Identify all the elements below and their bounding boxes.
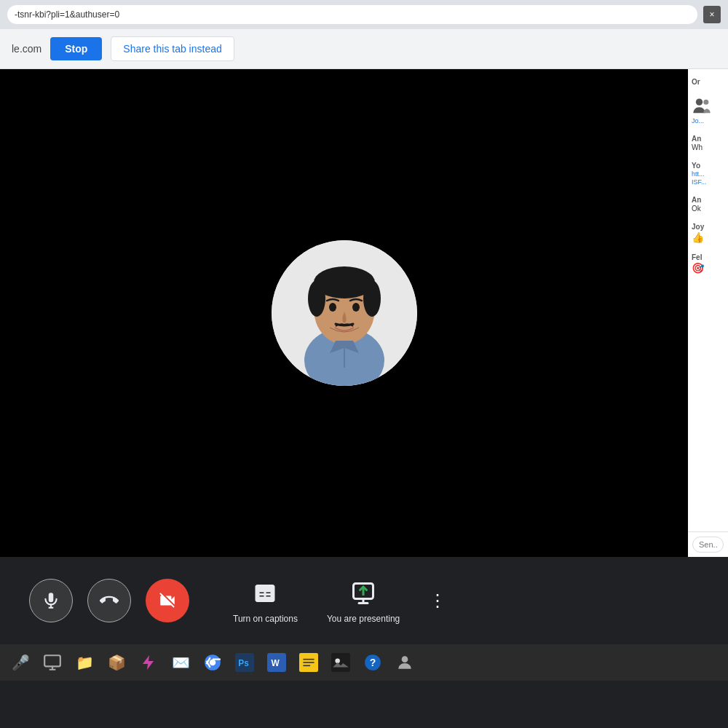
svg-text:Ps: Ps: [238, 658, 249, 668]
participant-avatar: [272, 240, 417, 386]
video-off-button[interactable]: [146, 579, 189, 622]
taskbar-icon-user[interactable]: [392, 649, 418, 676]
taskbar: 🎤 📁 📦 ✉️ Ps W: [0, 644, 728, 681]
taskbar-icon-mic[interactable]: 🎤: [7, 649, 33, 676]
svg-point-19: [210, 660, 216, 666]
chat-link-3b: ISF...: [692, 178, 724, 186]
domain-text: le.com: [12, 43, 41, 55]
taskbar-icon-folder[interactable]: 📁: [71, 649, 98, 676]
chat-text-4: Ok: [692, 205, 724, 213]
captions-icon-box: [249, 577, 281, 609]
avatar-image: [272, 240, 417, 386]
taskbar-icon-display[interactable]: [39, 649, 66, 676]
taskbar-icon-chrome[interactable]: [199, 649, 226, 676]
mic-button[interactable]: [29, 579, 73, 622]
chat-item-people: Jo...: [692, 96, 724, 124]
presenting-control: You are presenting: [327, 577, 400, 624]
video-off-icon: [158, 591, 177, 610]
chat-item-1: Or: [692, 78, 724, 86]
more-options-button[interactable]: ⋮: [422, 585, 454, 617]
taskbar-icon-photos[interactable]: [328, 649, 354, 676]
chat-item-4: An Ok: [692, 196, 724, 213]
browser-close-btn[interactable]: ×: [703, 6, 721, 23]
chat-text-2: Wh: [692, 143, 724, 151]
url-text: -tsnr-kbi?pli=1&authuser=0: [15, 9, 119, 20]
chat-link-3a: htt...: [692, 170, 724, 178]
captions-control[interactable]: Turn on captions: [233, 577, 298, 624]
chat-item-5: Joy 👍: [692, 223, 724, 243]
chat-item-6: Fel 🎯: [692, 253, 724, 274]
presenting-label: You are presenting: [327, 614, 400, 624]
svg-text:W: W: [271, 658, 280, 668]
share-tab-button[interactable]: Share this tab instead: [111, 36, 234, 61]
taskbar-icon-sticky[interactable]: [296, 649, 322, 676]
chat-link-1: Jo...: [692, 117, 724, 124]
chat-sender-2: An: [692, 135, 724, 143]
chat-sender-4: An: [692, 196, 724, 204]
captions-label: Turn on captions: [233, 614, 298, 624]
svg-rect-28: [331, 653, 350, 672]
chat-emoji-6: 🎯: [692, 262, 724, 274]
svg-point-7: [329, 303, 336, 312]
video-area: [0, 69, 688, 557]
word-icon: W: [267, 653, 286, 672]
chat-messages-area: Or Jo... An Wh Yo h: [688, 69, 728, 531]
chrome-icon: [203, 653, 222, 672]
url-bar: -tsnr-kbi?pli=1&authuser=0: [7, 5, 697, 24]
people-icon: [692, 96, 712, 116]
display-icon: [43, 653, 62, 672]
chat-item-2: An Wh: [692, 135, 724, 151]
svg-point-32: [402, 656, 408, 662]
phone-end-icon: [100, 591, 119, 610]
share-bar: le.com Stop Share this tab instead: [0, 29, 728, 69]
chat-item-3: Yo htt... ISF...: [692, 162, 724, 186]
sticky-icon: [299, 653, 318, 672]
svg-point-5: [308, 280, 325, 317]
lightning-icon: [140, 654, 157, 671]
stop-button[interactable]: Stop: [50, 37, 102, 60]
controls-bar: Turn on captions You are presenting ⋮: [0, 557, 728, 644]
chat-panel: Or Jo... An Wh Yo h: [688, 69, 728, 557]
ps-icon: Ps: [235, 653, 254, 672]
taskbar-icon-lightning[interactable]: [135, 649, 162, 676]
user-icon: [395, 653, 414, 672]
presenting-icon-box: [347, 577, 379, 609]
taskbar-icon-mail[interactable]: ✉️: [167, 649, 194, 676]
taskbar-icon-word[interactable]: W: [264, 649, 290, 676]
svg-point-11: [703, 100, 708, 105]
browser-bar: -tsnr-kbi?pli=1&authuser=0 ×: [0, 0, 728, 29]
taskbar-icon-photoshop[interactable]: Ps: [232, 649, 258, 676]
captions-icon: [252, 580, 278, 606]
chat-input[interactable]: [692, 537, 724, 553]
chat-sender-6: Fel: [692, 253, 724, 261]
help-icon: ?: [363, 653, 382, 672]
svg-text:?: ?: [370, 657, 376, 668]
svg-point-10: [696, 99, 703, 106]
photos-icon: [331, 653, 350, 672]
svg-point-8: [352, 303, 360, 312]
taskbar-icon-dropbox[interactable]: 📦: [103, 649, 130, 676]
present-icon: [350, 580, 376, 606]
svg-point-6: [363, 280, 381, 317]
chat-input-area[interactable]: [688, 531, 728, 557]
taskbar-icon-help[interactable]: ?: [360, 649, 386, 676]
svg-rect-17: [44, 655, 60, 666]
chat-sender-1: Or: [692, 78, 724, 86]
svg-rect-12: [49, 593, 54, 602]
mic-icon: [41, 591, 60, 610]
chat-sender-5: Joy: [692, 223, 724, 231]
end-call-button[interactable]: [87, 579, 131, 622]
chat-emoji-5: 👍: [692, 232, 724, 243]
chat-sender-3: Yo: [692, 162, 724, 170]
